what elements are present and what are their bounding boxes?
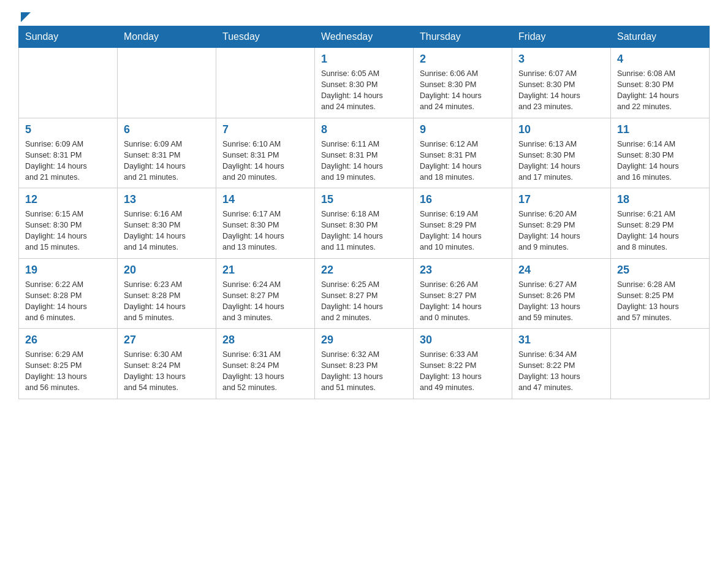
day-number: 10 bbox=[518, 123, 604, 136]
calendar-cell: 31Sunrise: 6:34 AMSunset: 8:22 PMDayligh… bbox=[512, 329, 611, 399]
day-number: 21 bbox=[222, 264, 308, 277]
calendar-cell: 15Sunrise: 6:18 AMSunset: 8:30 PMDayligh… bbox=[315, 188, 414, 259]
day-number: 12 bbox=[25, 193, 111, 206]
day-number: 16 bbox=[420, 193, 506, 206]
day-info: Sunrise: 6:13 AMSunset: 8:30 PMDaylight:… bbox=[518, 139, 604, 183]
calendar-cell: 27Sunrise: 6:30 AMSunset: 8:24 PMDayligh… bbox=[118, 329, 216, 399]
day-info: Sunrise: 6:12 AMSunset: 8:31 PMDaylight:… bbox=[420, 139, 506, 183]
day-info: Sunrise: 6:19 AMSunset: 8:29 PMDaylight:… bbox=[420, 209, 506, 253]
day-number: 11 bbox=[617, 123, 703, 136]
day-number: 28 bbox=[222, 334, 308, 347]
calendar-cell bbox=[611, 329, 710, 399]
day-info: Sunrise: 6:09 AMSunset: 8:31 PMDaylight:… bbox=[25, 139, 111, 183]
day-info: Sunrise: 6:25 AMSunset: 8:27 PMDaylight:… bbox=[321, 279, 407, 324]
day-number: 1 bbox=[321, 53, 407, 66]
day-info: Sunrise: 6:28 AMSunset: 8:25 PMDaylight:… bbox=[617, 279, 703, 324]
calendar-cell: 14Sunrise: 6:17 AMSunset: 8:30 PMDayligh… bbox=[216, 188, 315, 259]
day-number: 18 bbox=[617, 193, 703, 206]
day-number: 4 bbox=[617, 53, 703, 66]
calendar-table: SundayMondayTuesdayWednesdayThursdayFrid… bbox=[18, 26, 710, 399]
day-number: 24 bbox=[518, 264, 604, 277]
weekday-header-thursday: Thursday bbox=[414, 26, 512, 48]
day-number: 23 bbox=[420, 264, 506, 277]
calendar-cell: 13Sunrise: 6:16 AMSunset: 8:30 PMDayligh… bbox=[118, 188, 216, 259]
day-number: 26 bbox=[25, 334, 111, 347]
day-number: 7 bbox=[222, 123, 308, 136]
weekday-header-row: SundayMondayTuesdayWednesdayThursdayFrid… bbox=[19, 26, 710, 48]
calendar-cell: 6Sunrise: 6:09 AMSunset: 8:31 PMDaylight… bbox=[118, 118, 216, 188]
calendar-cell: 22Sunrise: 6:25 AMSunset: 8:27 PMDayligh… bbox=[315, 258, 414, 329]
calendar-cell: 5Sunrise: 6:09 AMSunset: 8:31 PMDaylight… bbox=[19, 118, 118, 188]
day-number: 22 bbox=[321, 264, 407, 277]
calendar-cell: 4Sunrise: 6:08 AMSunset: 8:30 PMDaylight… bbox=[611, 48, 710, 118]
day-info: Sunrise: 6:07 AMSunset: 8:30 PMDaylight:… bbox=[518, 68, 604, 113]
calendar-cell: 30Sunrise: 6:33 AMSunset: 8:22 PMDayligh… bbox=[414, 329, 512, 399]
calendar-cell: 11Sunrise: 6:14 AMSunset: 8:30 PMDayligh… bbox=[611, 118, 710, 188]
day-info: Sunrise: 6:26 AMSunset: 8:27 PMDaylight:… bbox=[420, 279, 506, 324]
calendar-cell: 19Sunrise: 6:22 AMSunset: 8:28 PMDayligh… bbox=[19, 258, 118, 329]
calendar-cell: 28Sunrise: 6:31 AMSunset: 8:24 PMDayligh… bbox=[216, 329, 315, 399]
day-number: 27 bbox=[124, 334, 210, 347]
calendar-week-row: 5Sunrise: 6:09 AMSunset: 8:31 PMDaylight… bbox=[19, 118, 710, 188]
day-info: Sunrise: 6:05 AMSunset: 8:30 PMDaylight:… bbox=[321, 68, 407, 113]
day-number: 30 bbox=[420, 334, 506, 347]
calendar-cell: 20Sunrise: 6:23 AMSunset: 8:28 PMDayligh… bbox=[118, 258, 216, 329]
calendar-cell: 29Sunrise: 6:32 AMSunset: 8:23 PMDayligh… bbox=[315, 329, 414, 399]
day-info: Sunrise: 6:10 AMSunset: 8:31 PMDaylight:… bbox=[222, 139, 308, 183]
day-info: Sunrise: 6:06 AMSunset: 8:30 PMDaylight:… bbox=[420, 68, 506, 113]
day-info: Sunrise: 6:23 AMSunset: 8:28 PMDaylight:… bbox=[124, 279, 210, 324]
day-number: 15 bbox=[321, 193, 407, 206]
day-info: Sunrise: 6:18 AMSunset: 8:30 PMDaylight:… bbox=[321, 209, 407, 253]
calendar-cell bbox=[19, 48, 118, 118]
calendar-cell: 8Sunrise: 6:11 AMSunset: 8:31 PMDaylight… bbox=[315, 118, 414, 188]
day-number: 25 bbox=[617, 264, 703, 277]
calendar-cell bbox=[118, 48, 216, 118]
day-number: 19 bbox=[25, 264, 111, 277]
day-number: 17 bbox=[518, 193, 604, 206]
weekday-header-wednesday: Wednesday bbox=[315, 26, 414, 48]
day-number: 29 bbox=[321, 334, 407, 347]
calendar-cell: 10Sunrise: 6:13 AMSunset: 8:30 PMDayligh… bbox=[512, 118, 611, 188]
day-info: Sunrise: 6:22 AMSunset: 8:28 PMDaylight:… bbox=[25, 279, 111, 324]
calendar-cell: 3Sunrise: 6:07 AMSunset: 8:30 PMDaylight… bbox=[512, 48, 611, 118]
calendar-cell: 2Sunrise: 6:06 AMSunset: 8:30 PMDaylight… bbox=[414, 48, 512, 118]
day-info: Sunrise: 6:20 AMSunset: 8:29 PMDaylight:… bbox=[518, 209, 604, 253]
day-number: 20 bbox=[124, 264, 210, 277]
day-info: Sunrise: 6:34 AMSunset: 8:22 PMDaylight:… bbox=[518, 349, 604, 394]
day-info: Sunrise: 6:30 AMSunset: 8:24 PMDaylight:… bbox=[124, 349, 210, 394]
day-info: Sunrise: 6:17 AMSunset: 8:30 PMDaylight:… bbox=[222, 209, 308, 253]
day-number: 5 bbox=[25, 123, 111, 136]
calendar-cell: 25Sunrise: 6:28 AMSunset: 8:25 PMDayligh… bbox=[611, 258, 710, 329]
day-number: 9 bbox=[420, 123, 506, 136]
weekday-header-sunday: Sunday bbox=[19, 26, 118, 48]
calendar-week-row: 12Sunrise: 6:15 AMSunset: 8:30 PMDayligh… bbox=[19, 188, 710, 259]
calendar-cell: 1Sunrise: 6:05 AMSunset: 8:30 PMDaylight… bbox=[315, 48, 414, 118]
day-number: 13 bbox=[124, 193, 210, 206]
day-number: 3 bbox=[518, 53, 604, 66]
calendar-cell: 16Sunrise: 6:19 AMSunset: 8:29 PMDayligh… bbox=[414, 188, 512, 259]
day-info: Sunrise: 6:27 AMSunset: 8:26 PMDaylight:… bbox=[518, 279, 604, 324]
day-info: Sunrise: 6:21 AMSunset: 8:29 PMDaylight:… bbox=[617, 209, 703, 253]
day-info: Sunrise: 6:09 AMSunset: 8:31 PMDaylight:… bbox=[124, 139, 210, 183]
day-info: Sunrise: 6:32 AMSunset: 8:23 PMDaylight:… bbox=[321, 349, 407, 394]
day-info: Sunrise: 6:11 AMSunset: 8:31 PMDaylight:… bbox=[321, 139, 407, 183]
day-info: Sunrise: 6:33 AMSunset: 8:22 PMDaylight:… bbox=[420, 349, 506, 394]
day-number: 2 bbox=[420, 53, 506, 66]
day-number: 8 bbox=[321, 123, 407, 136]
day-number: 14 bbox=[222, 193, 308, 206]
weekday-header-friday: Friday bbox=[512, 26, 611, 48]
day-info: Sunrise: 6:16 AMSunset: 8:30 PMDaylight:… bbox=[124, 209, 210, 253]
calendar-week-row: 1Sunrise: 6:05 AMSunset: 8:30 PMDaylight… bbox=[19, 48, 710, 118]
day-number: 31 bbox=[518, 334, 604, 347]
calendar-week-row: 26Sunrise: 6:29 AMSunset: 8:25 PMDayligh… bbox=[19, 329, 710, 399]
calendar-cell: 26Sunrise: 6:29 AMSunset: 8:25 PMDayligh… bbox=[19, 329, 118, 399]
calendar-cell bbox=[216, 48, 315, 118]
day-info: Sunrise: 6:14 AMSunset: 8:30 PMDaylight:… bbox=[617, 139, 703, 183]
day-info: Sunrise: 6:15 AMSunset: 8:30 PMDaylight:… bbox=[25, 209, 111, 253]
day-info: Sunrise: 6:24 AMSunset: 8:27 PMDaylight:… bbox=[222, 279, 308, 324]
calendar-week-row: 19Sunrise: 6:22 AMSunset: 8:28 PMDayligh… bbox=[19, 258, 710, 329]
weekday-header-tuesday: Tuesday bbox=[216, 26, 315, 48]
day-info: Sunrise: 6:31 AMSunset: 8:24 PMDaylight:… bbox=[222, 349, 308, 394]
calendar-cell: 17Sunrise: 6:20 AMSunset: 8:29 PMDayligh… bbox=[512, 188, 611, 259]
day-info: Sunrise: 6:08 AMSunset: 8:30 PMDaylight:… bbox=[617, 68, 703, 113]
